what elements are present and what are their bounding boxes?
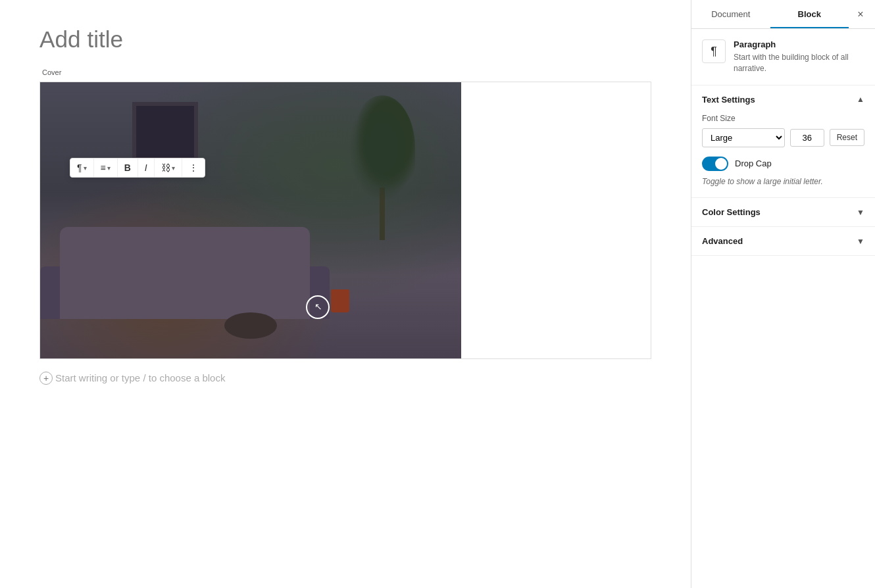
align-button[interactable]: ≡ ▾ xyxy=(94,159,118,177)
close-button[interactable]: × xyxy=(849,3,872,26)
advanced-header[interactable]: Advanced ▼ xyxy=(691,227,875,255)
italic-button[interactable]: I xyxy=(138,159,155,177)
text-settings-content: Font Size SmallMediumLargeExtra Large Re… xyxy=(691,114,875,198)
text-settings-section: Text Settings ▲ Font Size SmallMediumLar… xyxy=(691,86,875,199)
bold-button[interactable]: B xyxy=(118,159,138,177)
editor-placeholder[interactable]: Start writing or type / to choose a bloc… xyxy=(55,372,651,383)
advanced-section: Advanced ▼ xyxy=(691,227,875,256)
bold-icon: B xyxy=(124,162,131,173)
editor-title[interactable] xyxy=(39,26,651,53)
cursor-icon: ↖ xyxy=(314,301,322,312)
mug xyxy=(331,289,349,312)
cover-label: Cover xyxy=(39,67,64,78)
add-block-button[interactable]: + xyxy=(39,372,53,385)
font-size-label: Font Size xyxy=(702,114,864,123)
italic-icon: I xyxy=(145,162,147,173)
drop-cap-row: Drop Cap xyxy=(702,157,864,171)
drop-cap-hint: Toggle to show a large initial letter. xyxy=(702,176,864,187)
editor-area[interactable]: Cover ↖ ¶ ▾ ≡ xyxy=(0,0,691,588)
sidebar: Document Block × ¶ Paragraph Start with … xyxy=(691,0,875,588)
block-type-icon: ¶ xyxy=(702,39,726,63)
color-settings-title: Color Settings xyxy=(702,207,761,217)
paragraph-style-button[interactable]: ¶ ▾ xyxy=(70,159,94,177)
cover-image: ↖ ¶ ▾ ≡ ▾ B I xyxy=(40,82,461,358)
drop-cap-toggle[interactable] xyxy=(702,157,728,171)
align-icon: ≡ xyxy=(101,162,106,173)
formatting-toolbar: ¶ ▾ ≡ ▾ B I ⛓ ▾ xyxy=(70,158,205,178)
font-size-input[interactable] xyxy=(790,129,824,147)
block-description: Start with the building block of all nar… xyxy=(734,52,864,74)
sofa xyxy=(60,227,310,319)
cursor-indicator: ↖ xyxy=(306,295,330,319)
more-icon: ⋮ xyxy=(189,162,198,173)
block-name: Paragraph xyxy=(734,39,864,49)
block-info: ¶ Paragraph Start with the building bloc… xyxy=(691,29,875,86)
text-settings-header[interactable]: Text Settings ▲ xyxy=(691,86,875,114)
drop-cap-label: Drop Cap xyxy=(735,159,772,168)
advanced-title: Advanced xyxy=(702,236,743,246)
coffee-table xyxy=(224,312,277,339)
advanced-chevron: ▼ xyxy=(857,237,864,246)
paragraph-arrow: ▾ xyxy=(84,164,87,172)
link-icon: ⛓ xyxy=(161,162,170,173)
more-options-button[interactable]: ⋮ xyxy=(182,159,205,177)
link-arrow: ▾ xyxy=(172,164,175,172)
sidebar-tabs: Document Block × xyxy=(691,0,875,29)
color-settings-header[interactable]: Color Settings ▼ xyxy=(691,198,875,226)
plant xyxy=(343,95,422,240)
paragraph-icon: ¶ xyxy=(77,162,82,173)
text-settings-title: Text Settings xyxy=(702,95,755,105)
reset-button[interactable]: Reset xyxy=(830,129,864,146)
font-size-select[interactable]: SmallMediumLargeExtra Large xyxy=(702,128,785,147)
color-settings-chevron: ▼ xyxy=(857,208,864,217)
text-settings-chevron: ▲ xyxy=(857,95,864,104)
cover-block: ↖ ¶ ▾ ≡ ▾ B I xyxy=(39,82,651,359)
picture-frame xyxy=(132,102,198,161)
color-settings-section: Color Settings ▼ xyxy=(691,198,875,227)
align-arrow: ▾ xyxy=(107,164,111,172)
tab-document[interactable]: Document xyxy=(691,0,770,28)
block-info-text: Paragraph Start with the building block … xyxy=(734,39,864,74)
font-size-row: SmallMediumLargeExtra Large Reset xyxy=(702,128,864,147)
link-button[interactable]: ⛓ ▾ xyxy=(155,159,182,177)
tab-block[interactable]: Block xyxy=(770,0,849,28)
